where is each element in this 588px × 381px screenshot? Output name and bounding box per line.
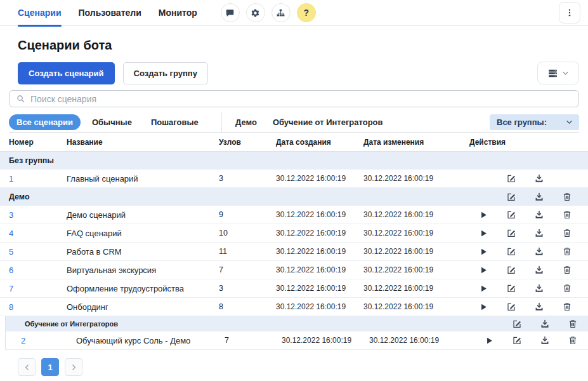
search-input[interactable]: [30, 94, 572, 104]
groups-select-value: Все группы:: [497, 117, 547, 127]
edit-button[interactable]: [504, 171, 519, 186]
next-page-button[interactable]: [65, 358, 82, 376]
tab-regular[interactable]: Обычные: [84, 114, 140, 130]
scenario-number-link[interactable]: 8: [9, 302, 67, 312]
edit-button[interactable]: [504, 299, 519, 314]
group-actions: [469, 189, 581, 204]
search-bar[interactable]: [9, 90, 579, 107]
modified-date: 30.12.2022 16:00:19: [363, 174, 469, 183]
top-nav: Сценарии Пользователи Монитор ?: [0, 0, 588, 26]
view-mode-button[interactable]: [537, 62, 579, 84]
play-button[interactable]: [476, 244, 491, 259]
play-button[interactable]: [476, 225, 491, 241]
edit-button[interactable]: [504, 244, 519, 259]
gear-icon[interactable]: [246, 3, 265, 22]
delete-button[interactable]: [559, 281, 575, 296]
delete-button[interactable]: [565, 316, 580, 331]
table-row[interactable]: 4 FAQ сценарий 10 30.12.2022 16:00:19 30…: [0, 224, 588, 243]
download-button[interactable]: [532, 281, 547, 296]
delete-button[interactable]: [559, 189, 575, 204]
delete-button[interactable]: [559, 207, 575, 222]
edit-button[interactable]: [504, 262, 519, 277]
group-chip-training[interactable]: Обучение от Интеграторов: [273, 117, 383, 127]
row-actions: [469, 281, 581, 296]
edit-button[interactable]: [504, 281, 519, 296]
tab-step-by-step[interactable]: Пошаговые: [143, 114, 206, 130]
group-actions: [475, 316, 587, 331]
edit-button[interactable]: [509, 316, 525, 331]
delete-button[interactable]: [565, 333, 580, 348]
col-header-name: Название: [67, 138, 219, 147]
scenario-number-link[interactable]: 2: [15, 336, 72, 345]
modified-date: 30.12.2022 16:00:19: [363, 210, 469, 219]
edit-button[interactable]: [504, 189, 519, 204]
nav-tab-users[interactable]: Пользователи: [79, 0, 141, 26]
table-row[interactable]: 6 Виртуальная экскурсия 7 30.12.2022 16:…: [0, 261, 588, 279]
play-button[interactable]: [476, 281, 491, 296]
edit-button[interactable]: [509, 333, 525, 348]
download-button[interactable]: [532, 225, 547, 241]
nav-tab-monitor[interactable]: Монитор: [159, 0, 197, 26]
col-header-modified: Дата изменения: [363, 138, 469, 147]
play-button[interactable]: [481, 333, 497, 348]
delete-button[interactable]: [559, 299, 575, 314]
table-row[interactable]: 5 Работа в CRM 11 30.12.2022 16:00:19 30…: [0, 243, 588, 261]
download-button[interactable]: [537, 316, 552, 331]
pagination: 1: [18, 358, 588, 376]
nodes-count: 3: [219, 284, 276, 293]
chat-icon[interactable]: [221, 3, 240, 22]
play-button[interactable]: [476, 262, 491, 277]
kebab-menu-button[interactable]: [559, 2, 580, 23]
tab-all-scenarios[interactable]: Все сценарии: [9, 114, 81, 130]
group-row: Демо: [0, 188, 588, 206]
table-row[interactable]: 3 Демо сценарий 9 30.12.2022 16:00:19 30…: [0, 206, 588, 224]
nav-tab-scenarios[interactable]: Сценарии: [18, 0, 62, 26]
row-actions: [469, 171, 581, 186]
delete-button[interactable]: [559, 262, 575, 277]
nodes-count: 3: [219, 174, 276, 183]
filter-bar: Все сценарии Обычные Пошаговые Демо Обуч…: [9, 112, 579, 133]
group-chip-demo[interactable]: Демо: [235, 117, 257, 127]
download-button[interactable]: [532, 299, 547, 314]
created-date: 30.12.2022 16:00:19: [276, 210, 363, 219]
scenario-number-link[interactable]: 1: [9, 174, 67, 184]
download-button[interactable]: [532, 244, 547, 259]
edit-button[interactable]: [504, 225, 519, 241]
table-row[interactable]: 8 Онбординг 8 30.12.2022 16:00:19 30.12.…: [0, 298, 588, 316]
row-actions: [469, 207, 581, 222]
download-button[interactable]: [532, 189, 547, 204]
page-1-button[interactable]: 1: [41, 358, 59, 376]
create-group-button[interactable]: Создать группу: [123, 62, 208, 84]
created-date: 30.12.2022 16:00:19: [282, 336, 369, 345]
edit-button[interactable]: [504, 207, 519, 222]
scenario-number-link[interactable]: 4: [9, 229, 67, 238]
table-row[interactable]: 7 Оформление трудоустройства 3 30.12.202…: [0, 279, 588, 298]
chevron-down-icon: [565, 118, 573, 126]
scenario-name: Обучающий курс Соль - Демо: [72, 336, 225, 345]
sitemap-icon[interactable]: [271, 3, 291, 22]
groups-select[interactable]: Все группы:: [490, 114, 579, 130]
search-icon: [16, 94, 25, 104]
table-row[interactable]: 1 Главный сценарий 3 30.12.2022 16:00:19…: [0, 170, 588, 188]
download-button[interactable]: [532, 171, 547, 186]
nodes-count: 7: [219, 265, 276, 274]
download-button[interactable]: [532, 207, 547, 222]
scenario-number-link[interactable]: 3: [9, 210, 67, 220]
delete-button[interactable]: [559, 244, 575, 259]
scenario-number-link[interactable]: 6: [9, 265, 67, 275]
delete-button[interactable]: [559, 225, 575, 241]
scenario-type-tabs: Все сценарии Обычные Пошаговые: [9, 112, 222, 132]
row-actions: [469, 299, 581, 314]
scenario-number-link[interactable]: 5: [9, 247, 67, 257]
help-icon[interactable]: ?: [297, 3, 316, 22]
download-button[interactable]: [532, 262, 547, 277]
download-button[interactable]: [537, 333, 552, 348]
row-actions: [475, 333, 587, 348]
play-button[interactable]: [476, 299, 491, 314]
play-button[interactable]: [476, 207, 491, 222]
prev-page-button[interactable]: [18, 358, 36, 376]
scenario-number-link[interactable]: 7: [9, 284, 67, 293]
group-chips: Демо Обучение от Интеграторов: [235, 117, 383, 127]
table-row[interactable]: 2 Обучающий курс Соль - Демо 7 30.12.202…: [5, 331, 588, 350]
create-scenario-button[interactable]: Создать сценарий: [18, 62, 115, 84]
